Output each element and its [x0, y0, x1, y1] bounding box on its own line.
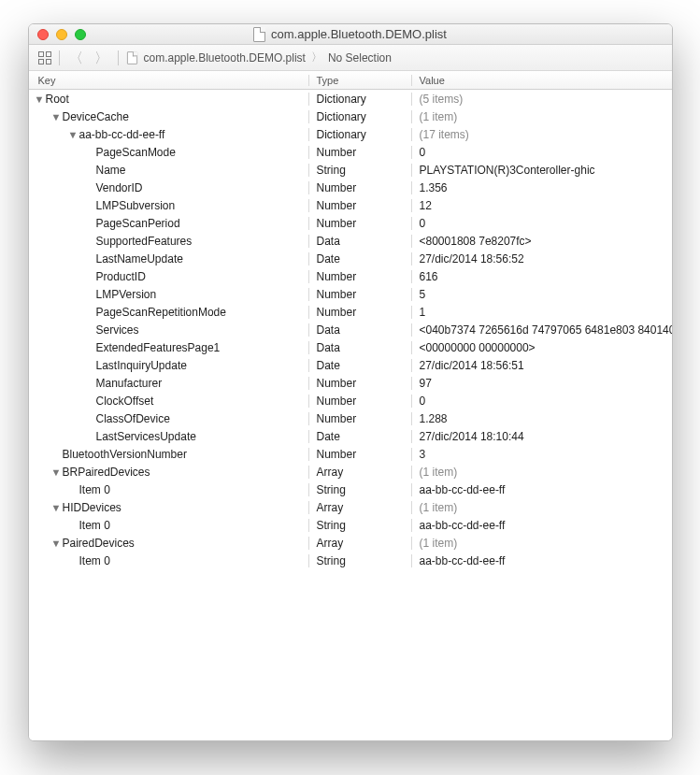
value-label[interactable]: (1 item) [412, 537, 672, 550]
key-label[interactable]: Item 0 [79, 519, 110, 532]
table-row[interactable]: ▼aa-bb-cc-dd-ee-ffDictionary(17 items) [29, 125, 672, 143]
key-label[interactable]: HIDDevices [63, 501, 121, 514]
disclosure-open-icon[interactable]: ▼ [51, 502, 61, 513]
value-label[interactable]: 97 [412, 377, 672, 390]
header-key[interactable]: Key [29, 75, 309, 86]
key-label[interactable]: PageScanMode [96, 146, 176, 159]
table-row[interactable]: Item 0Stringaa-bb-cc-dd-ee-ff [29, 481, 672, 498]
table-row[interactable]: ▼RootDictionary(5 items) [29, 90, 672, 108]
key-label[interactable]: Item 0 [79, 554, 110, 567]
key-label[interactable]: Name [96, 164, 126, 177]
key-label[interactable]: SupportedFeatures [96, 235, 193, 248]
value-label[interactable]: aa-bb-cc-dd-ee-ff [412, 554, 672, 567]
value-label[interactable]: aa-bb-cc-dd-ee-ff [412, 483, 672, 496]
key-label[interactable]: Services [96, 323, 139, 337]
value-label[interactable]: 1.356 [412, 181, 672, 194]
key-label[interactable]: Root [46, 93, 69, 106]
key-label[interactable]: LMPSubversion [96, 199, 176, 212]
key-label[interactable]: LastNameUpdate [96, 252, 183, 266]
type-label[interactable]: String [309, 519, 412, 532]
value-label[interactable]: 1 [412, 306, 672, 319]
value-label[interactable]: 616 [412, 270, 672, 283]
table-row[interactable]: SupportedFeaturesData<80001808 7e8207fc> [29, 232, 672, 250]
type-label[interactable]: Dictionary [309, 93, 412, 106]
type-label[interactable]: String [309, 164, 412, 177]
key-label[interactable]: ExtendedFeaturesPage1 [96, 341, 221, 354]
key-label[interactable]: BRPairedDevices [63, 466, 150, 479]
type-label[interactable]: Number [309, 306, 412, 319]
table-row[interactable]: LastNameUpdateDate27/dic/2014 18:56:52 [29, 250, 672, 267]
table-row[interactable]: ServicesData<040b7374 7265616d 74797065 … [29, 321, 672, 338]
table-row[interactable]: ▼HIDDevicesArray(1 item) [29, 498, 672, 516]
type-label[interactable]: Number [309, 181, 412, 194]
key-label[interactable]: aa-bb-cc-dd-ee-ff [79, 128, 165, 141]
type-label[interactable]: Number [309, 377, 412, 390]
type-label[interactable]: Number [309, 146, 412, 159]
grid-icon[interactable] [38, 51, 51, 65]
table-row[interactable]: PageScanRepetitionModeNumber1 [29, 303, 672, 321]
value-label[interactable]: 27/dic/2014 18:56:52 [412, 252, 672, 266]
table-row[interactable]: BluetoothVersionNumberNumber3 [29, 445, 672, 463]
disclosure-open-icon[interactable]: ▼ [51, 111, 61, 122]
type-label[interactable]: Number [309, 288, 412, 301]
titlebar[interactable]: com.apple.Bluetooth.DEMO.plist [29, 24, 672, 45]
type-label[interactable]: Array [309, 466, 412, 479]
type-label[interactable]: Number [309, 217, 412, 230]
key-label[interactable]: PairedDevices [63, 537, 135, 550]
type-label[interactable]: Number [309, 199, 412, 212]
key-label[interactable]: ClassOfDevice [96, 412, 170, 425]
type-label[interactable]: Number [309, 412, 412, 425]
value-label[interactable]: <040b7374 7265616d 74797065 6481e803 840… [412, 323, 672, 337]
type-label[interactable]: Date [309, 359, 412, 372]
type-label[interactable]: Number [309, 270, 412, 283]
type-label[interactable]: Array [309, 537, 412, 550]
table-row[interactable]: ▼PairedDevicesArray(1 item) [29, 534, 672, 552]
value-label[interactable]: <80001808 7e8207fc> [412, 235, 672, 248]
type-label[interactable]: Date [309, 430, 412, 443]
key-label[interactable]: LastInquiryUpdate [96, 359, 187, 372]
table-row[interactable]: ClassOfDeviceNumber1.288 [29, 409, 672, 427]
table-row[interactable]: ExtendedFeaturesPage1Data<00000000 00000… [29, 338, 672, 356]
disclosure-open-icon[interactable]: ▼ [51, 538, 61, 549]
table-row[interactable]: PageScanModeNumber0 [29, 143, 672, 161]
table-row[interactable]: ▼BRPairedDevicesArray(1 item) [29, 463, 672, 481]
breadcrumb[interactable]: com.apple.Bluetooth.DEMO.plist 〉 No Sele… [126, 50, 392, 65]
table-row[interactable]: ▼DeviceCacheDictionary(1 item) [29, 108, 672, 125]
value-label[interactable]: (1 item) [412, 110, 672, 123]
key-label[interactable]: ClockOffset [96, 395, 154, 408]
table-row[interactable]: NameStringPLAYSTATION(R)3Conteroller-ghi… [29, 161, 672, 179]
value-label[interactable]: 5 [412, 288, 672, 301]
key-label[interactable]: DeviceCache [63, 110, 129, 123]
type-label[interactable]: String [309, 554, 412, 567]
value-label[interactable]: 27/dic/2014 18:10:44 [412, 430, 672, 443]
key-label[interactable]: Manufacturer [96, 377, 163, 390]
type-label[interactable]: Data [309, 341, 412, 354]
minimize-button[interactable] [56, 29, 67, 40]
value-label[interactable]: (1 item) [412, 466, 672, 479]
header-type[interactable]: Type [309, 75, 412, 86]
value-label[interactable]: (17 items) [412, 128, 672, 141]
table-row[interactable]: LastInquiryUpdateDate27/dic/2014 18:56:5… [29, 356, 672, 374]
type-label[interactable]: Dictionary [309, 110, 412, 123]
type-label[interactable]: Number [309, 395, 412, 408]
value-label[interactable]: 12 [412, 199, 672, 212]
table-row[interactable]: Item 0Stringaa-bb-cc-dd-ee-ff [29, 516, 672, 534]
table-row[interactable]: PageScanPeriodNumber0 [29, 214, 672, 232]
type-label[interactable]: String [309, 483, 412, 496]
table-row[interactable]: ClockOffsetNumber0 [29, 392, 672, 409]
type-label[interactable]: Date [309, 252, 412, 266]
type-label[interactable]: Number [309, 448, 412, 461]
type-label[interactable]: Data [309, 323, 412, 337]
value-label[interactable]: 1.288 [412, 412, 672, 425]
key-label[interactable]: LMPVersion [96, 288, 157, 301]
back-button[interactable]: 〈 [67, 50, 85, 65]
type-label[interactable]: Array [309, 501, 412, 514]
key-label[interactable]: PageScanPeriod [96, 217, 180, 230]
breadcrumb-file[interactable]: com.apple.Bluetooth.DEMO.plist [144, 51, 306, 65]
table-row[interactable]: LMPSubversionNumber12 [29, 196, 672, 214]
header-value[interactable]: Value [412, 75, 672, 86]
key-label[interactable]: ProductID [96, 270, 146, 283]
value-label[interactable]: 0 [412, 395, 672, 408]
key-label[interactable]: LastServicesUpdate [96, 430, 196, 443]
key-label[interactable]: BluetoothVersionNumber [63, 448, 187, 461]
